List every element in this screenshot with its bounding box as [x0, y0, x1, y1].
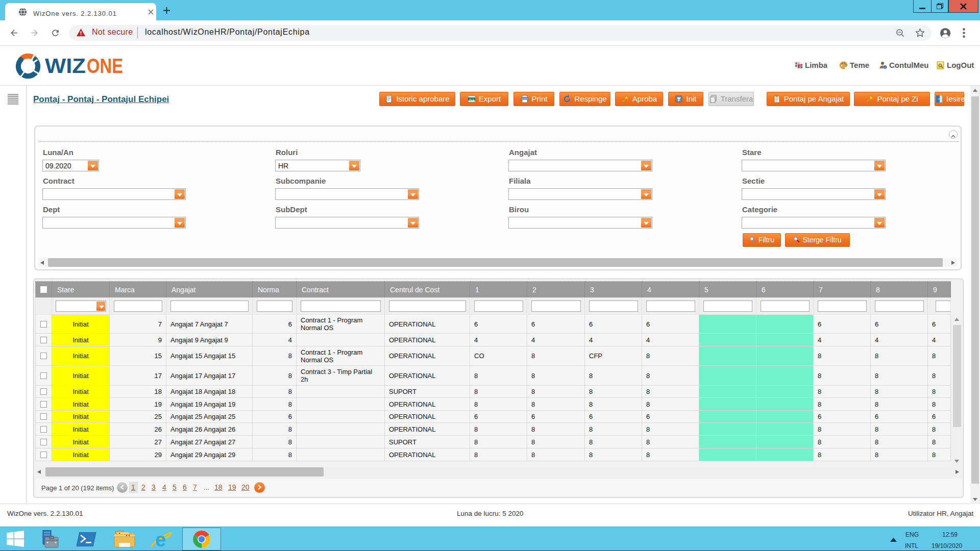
- svg-text:XLS: XLS: [469, 98, 475, 101]
- svg-text:WIZ: WIZ: [45, 55, 86, 77]
- svg-text:e: e: [155, 530, 166, 548]
- svg-text:ONE: ONE: [87, 55, 123, 77]
